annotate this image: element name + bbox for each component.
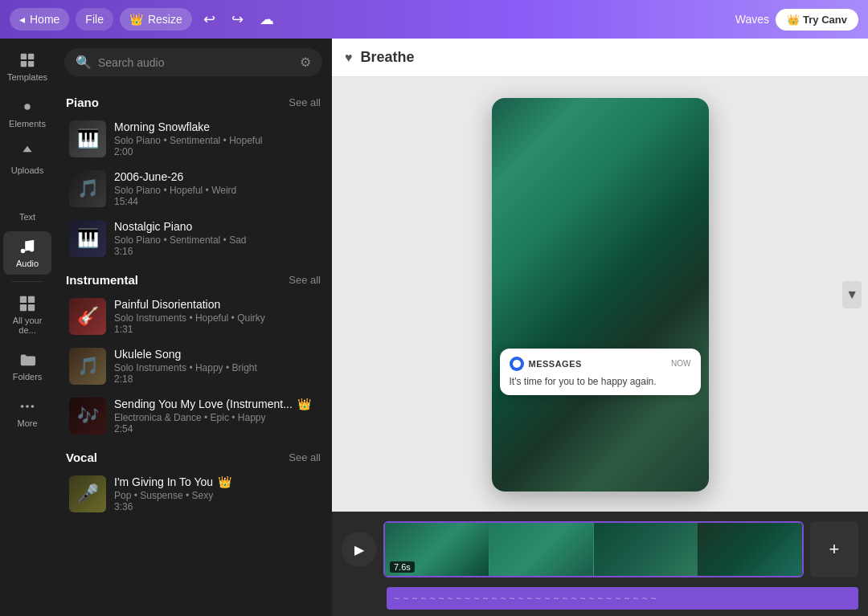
audio-info-painful: Painful Disorientation Solo Instruments … <box>114 298 317 335</box>
sidebar-label-uploads: Uploads <box>11 165 43 175</box>
audio-thumb-nostalgic: 🎹 <box>69 220 106 257</box>
audio-meta-nostalgic: Solo Piano • Sentimental • Sad 3:16 <box>114 235 317 257</box>
clip-thumb-4 <box>698 523 802 576</box>
audio-thumb-painful: 🎸 <box>69 298 106 335</box>
audio-meta-2006: Solo Piano • Hopeful • Weird 15:44 <box>114 185 317 207</box>
canvas-main[interactable]: MESSAGES NOW It's time for you to be hap… <box>332 77 868 512</box>
audio-info-giving: I'm Giving In To You 👑 Pop • Suspense • … <box>114 475 317 512</box>
collapse-handle[interactable]: ▼ <box>842 281 862 308</box>
canvas-title: Breathe <box>361 49 415 66</box>
audio-name-sending: Sending You My Love (Instrument... <box>114 398 293 410</box>
vocal-section-title: Vocal <box>66 451 97 464</box>
filter-icon[interactable]: ⚙ <box>300 55 311 70</box>
resize-button[interactable]: 👑 Resize <box>120 8 192 31</box>
svg-rect-5 <box>20 296 27 303</box>
sidebar-item-templates[interactable]: Templates <box>3 45 51 88</box>
msg-app-row: MESSAGES <box>510 357 582 371</box>
clip-thumbnails <box>385 523 802 576</box>
canvas-header: ♥ Breathe <box>332 39 868 77</box>
sidebar-item-all-your-designs[interactable]: All your de... <box>3 288 51 341</box>
instrumental-section-title: Instrumental <box>66 273 138 287</box>
audio-name-nostalgic: Nostalgic Piano <box>114 220 317 233</box>
phone-mockup: MESSAGES NOW It's time for you to be hap… <box>492 98 709 492</box>
home-button[interactable]: ◂ Home <box>10 8 69 31</box>
clip-thumb-2 <box>489 523 594 576</box>
svg-rect-6 <box>28 296 35 303</box>
sidebar-item-uploads[interactable]: Uploads <box>3 138 51 182</box>
audio-panel: 🔍 ⚙ Piano See all 🎹 Morning Snowflake So… <box>55 39 332 616</box>
topbar-right: Waves 👑 Try Canv <box>735 9 858 31</box>
svg-point-11 <box>31 405 35 408</box>
home-label: Home <box>30 13 59 26</box>
chevron-left-icon: ◂ <box>19 13 25 26</box>
messages-icon-inner <box>513 360 521 368</box>
msg-body-text: It's time for you to be happy again. <box>510 376 691 387</box>
svg-rect-0 <box>21 54 27 59</box>
audio-name-2006: 2006-June-26 <box>114 170 317 183</box>
try-canva-button[interactable]: 👑 Try Canv <box>776 9 858 31</box>
sidebar-item-audio[interactable]: Audio <box>3 231 51 275</box>
redo-button[interactable]: ↪ <box>227 6 248 33</box>
audio-thumb-ukulele: 🎵 <box>69 348 106 385</box>
audio-item-ukulele-song[interactable]: 🎵 Ukulele Song Solo Instruments • Happy … <box>58 341 329 391</box>
audio-info-2006: 2006-June-26 Solo Piano • Hopeful • Weir… <box>114 170 317 207</box>
sidebar-divider <box>11 281 43 282</box>
piano-see-all[interactable]: See all <box>289 96 321 108</box>
topbar: ◂ Home File 👑 Resize ↩ ↪ ☁ Waves 👑 Try C… <box>0 0 868 39</box>
clip-thumb-3 <box>594 523 698 576</box>
audio-track[interactable]: ～～～～～～～～～～～～～～～～～～～～～～～～～～～～～～ <box>387 587 858 610</box>
sidebar-item-folders[interactable]: Folders <box>3 345 51 388</box>
heart-icon: ♥ <box>345 51 353 65</box>
svg-rect-1 <box>28 54 34 59</box>
undo-button[interactable]: ↩ <box>199 6 220 33</box>
audio-item-nostalgic-piano[interactable]: 🎹 Nostalgic Piano Solo Piano • Sentiment… <box>58 214 329 263</box>
ocean-background <box>492 98 709 492</box>
piano-section-title: Piano <box>66 96 99 109</box>
audio-info-sending: Sending You My Love (Instrument... 👑 Ele… <box>114 398 317 434</box>
audio-info-morning-snowflake: Morning Snowflake Solo Piano • Sentiment… <box>114 120 317 157</box>
resize-label: Resize <box>148 13 182 26</box>
audio-meta-morning-snowflake: Solo Piano • Sentimental • Hopeful 2:00 <box>114 135 317 157</box>
search-input[interactable] <box>98 56 293 69</box>
file-button[interactable]: File <box>76 8 113 31</box>
msg-header: MESSAGES NOW <box>510 357 691 371</box>
messages-app-icon <box>510 357 524 371</box>
cloud-button[interactable]: ☁ <box>255 6 279 33</box>
audio-name-sending-container: Sending You My Love (Instrument... 👑 <box>114 398 317 410</box>
sidebar-label-elements: Elements <box>9 119 46 129</box>
audio-name-painful: Painful Disorientation <box>114 298 317 311</box>
sidebar-item-text[interactable]: Text <box>3 185 51 228</box>
sidebar-label-all-your-designs: All your de... <box>6 316 48 335</box>
audio-list: Piano See all 🎹 Morning Snowflake Solo P… <box>55 86 332 616</box>
audio-thumb-giving: 🎤 <box>69 475 106 512</box>
audio-item-giving-in[interactable]: 🎤 I'm Giving In To You 👑 Pop • Suspense … <box>58 469 329 519</box>
vocal-see-all[interactable]: See all <box>289 451 321 463</box>
audio-thumb-morning-snowflake: 🎹 <box>69 120 106 157</box>
waves-label: Waves <box>735 13 769 26</box>
sidebar-item-elements[interactable]: Elements <box>3 92 51 135</box>
audio-item-2006-june-26[interactable]: 🎵 2006-June-26 Solo Piano • Hopeful • We… <box>58 164 329 214</box>
sidebar-item-more[interactable]: More <box>3 391 51 434</box>
search-icon: 🔍 <box>76 55 92 70</box>
sidebar-label-audio: Audio <box>16 259 39 268</box>
topbar-left: ◂ Home File 👑 Resize ↩ ↪ ☁ <box>10 6 732 33</box>
audio-name-giving: I'm Giving In To You <box>114 475 213 488</box>
audio-item-morning-snowflake[interactable]: 🎹 Morning Snowflake Solo Piano • Sentime… <box>58 114 329 164</box>
audio-item-painful-disorientation[interactable]: 🎸 Painful Disorientation Solo Instrument… <box>58 292 329 341</box>
piano-section-header: Piano See all <box>55 86 332 114</box>
msg-app-name: MESSAGES <box>529 359 582 369</box>
svg-point-10 <box>26 405 29 408</box>
canvas-area: ♥ Breathe MESSAGES NOW It's <box>332 39 868 616</box>
svg-rect-3 <box>28 61 34 67</box>
timeline-clip[interactable]: 7.6s <box>383 521 804 577</box>
vocal-section-header: Vocal See all <box>55 441 332 469</box>
add-clip-button[interactable]: + <box>810 521 858 577</box>
audio-item-sending-you-my-love[interactable]: 🎶 Sending You My Love (Instrument... 👑 E… <box>58 391 329 441</box>
svg-rect-2 <box>21 61 27 67</box>
play-button[interactable]: ▶ <box>342 532 377 567</box>
instrumental-see-all[interactable]: See all <box>289 274 321 286</box>
audio-meta-ukulele: Solo Instruments • Happy • Bright 2:18 <box>114 362 317 385</box>
crown-icon-2: 👑 <box>787 14 800 26</box>
clip-duration: 7.6s <box>390 561 415 573</box>
audio-waveform: ～～～～～～～～～～～～～～～～～～～～～～～～～～～～～～ <box>393 593 658 604</box>
